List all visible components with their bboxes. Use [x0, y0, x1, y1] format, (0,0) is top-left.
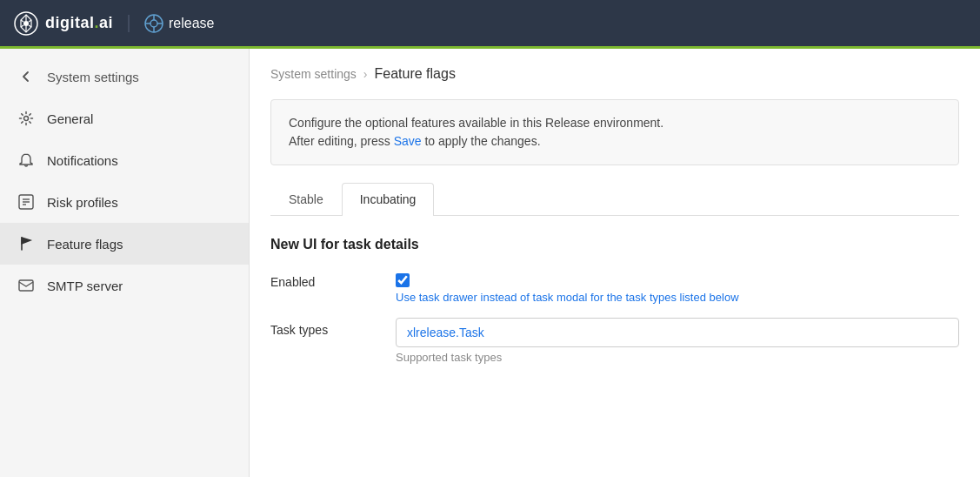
task-types-row: Task types Supported task types	[270, 318, 959, 364]
gear-icon	[17, 110, 35, 127]
sidebar-feature-flags-label: Feature flags	[47, 237, 123, 252]
enabled-control: Use task drawer instead of task modal fo…	[396, 270, 959, 304]
sidebar-smtp-server-label: SMTP server	[47, 279, 123, 293]
app-layout: System settings General Notifications	[0, 49, 980, 477]
sidebar-item-notifications[interactable]: Notifications	[0, 139, 249, 181]
sidebar: System settings General Notifications	[0, 49, 250, 477]
svg-point-10	[150, 20, 157, 27]
sidebar-notifications-label: Notifications	[47, 153, 118, 168]
sidebar-item-system-settings[interactable]: System settings	[0, 56, 249, 97]
product-label: release	[169, 16, 214, 31]
logo-area: digital.ai release	[14, 11, 215, 36]
enabled-label: Enabled	[270, 270, 375, 289]
top-navigation: digital.ai release	[0, 0, 980, 49]
breadcrumb-parent[interactable]: System settings	[270, 67, 357, 81]
svg-rect-21	[19, 280, 33, 291]
back-icon	[17, 68, 35, 85]
tab-incubating[interactable]: Incubating	[342, 183, 435, 216]
task-types-input[interactable]	[396, 318, 959, 347]
info-line1: Configure the optional features availabl…	[289, 114, 941, 132]
info-line2-prefix: After editing, press	[289, 134, 394, 148]
sidebar-system-settings-label: System settings	[47, 70, 139, 84]
info-line2-suffix: to apply the changes.	[422, 134, 541, 148]
tabs-container: Stable Incubating	[270, 183, 959, 216]
sidebar-general-label: General	[47, 111, 93, 126]
risk-icon	[17, 193, 35, 211]
save-link[interactable]: Save	[394, 134, 422, 148]
task-types-help: Supported task types	[396, 351, 959, 364]
tab-stable[interactable]: Stable	[270, 183, 342, 215]
task-types-label: Task types	[270, 318, 375, 337]
flag-icon	[17, 235, 35, 252]
task-types-control: Supported task types	[396, 318, 959, 364]
section-title: New UI for task details	[270, 237, 959, 252]
breadcrumb-separator: ›	[363, 67, 368, 81]
info-box: Configure the optional features availabl…	[270, 99, 959, 165]
sidebar-item-risk-profiles[interactable]: Risk profiles	[0, 181, 249, 223]
sidebar-item-feature-flags[interactable]: Feature flags	[0, 223, 249, 265]
release-icon	[144, 14, 163, 33]
product-name: release	[144, 14, 214, 33]
info-line2: After editing, press Save to apply the c…	[289, 132, 941, 151]
breadcrumb: System settings › Feature flags	[270, 66, 959, 82]
sidebar-item-general[interactable]: General	[0, 97, 249, 139]
svg-point-1	[23, 21, 29, 26]
digital-ai-logo-icon	[14, 11, 38, 36]
sidebar-risk-profiles-label: Risk profiles	[47, 195, 118, 210]
sidebar-item-smtp-server[interactable]: SMTP server	[0, 265, 249, 306]
enabled-checkbox[interactable]	[396, 273, 410, 287]
brand-name: digital.ai	[45, 14, 113, 32]
svg-point-15	[24, 117, 29, 121]
enabled-checkbox-wrapper	[396, 270, 959, 287]
enabled-row: Enabled Use task drawer instead of task …	[270, 270, 959, 304]
bell-icon	[17, 151, 35, 169]
divider-icon	[120, 11, 137, 36]
breadcrumb-current: Feature flags	[375, 66, 456, 82]
main-content: System settings › Feature flags Configur…	[250, 49, 980, 477]
mail-icon	[17, 277, 35, 294]
enabled-help-text: Use task drawer instead of task modal fo…	[396, 291, 959, 304]
